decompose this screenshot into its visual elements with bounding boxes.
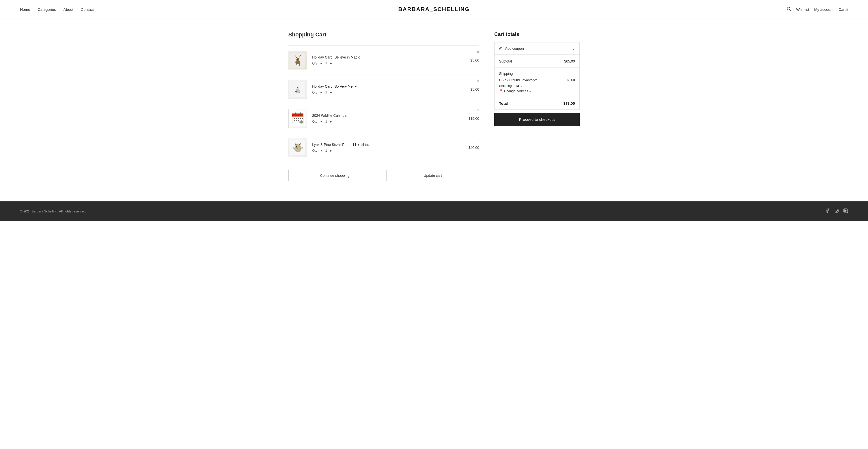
continue-shopping-button[interactable]: Continue shopping xyxy=(288,170,381,181)
shipping-to-info: Shipping to MT. xyxy=(499,84,575,88)
item-2-name: Holiday Card: So Very Merry xyxy=(312,84,465,88)
item-1-qty-control: Qty ◄ 1 ► xyxy=(312,61,465,65)
linkedin-icon[interactable] xyxy=(843,209,848,214)
svg-rect-27 xyxy=(300,113,301,115)
item-4-qty-increase[interactable]: ► xyxy=(329,149,333,153)
item-2-qty-decrease[interactable]: ◄ xyxy=(319,91,323,94)
shipping-state: MT xyxy=(516,84,521,88)
svg-point-30 xyxy=(298,118,299,119)
item-2-price: $5.00 xyxy=(470,87,479,91)
change-address-button[interactable]: 📍 Change address ⌄ xyxy=(499,89,575,93)
proceed-to-checkout-button[interactable]: Proceed to checkout xyxy=(494,113,580,126)
svg-point-19 xyxy=(295,91,297,92)
item-2-details: Holiday Card: So Very Merry Qty ◄ 1 ► xyxy=(312,84,465,94)
cart-actions: Continue shopping Update cart xyxy=(288,170,479,181)
shipping-section: Shipping USPS Ground Advantage: $8.00 Sh… xyxy=(495,68,580,97)
svg-point-40 xyxy=(295,145,301,150)
svg-point-33 xyxy=(294,120,294,121)
item-1-details: Holiday Card: Believe in Magic Qty ◄ 1 ► xyxy=(312,55,465,65)
site-logo[interactable]: BARBARA_SCHELLING xyxy=(398,6,470,12)
add-coupon-row[interactable]: 🏷 Add coupon ⌄ xyxy=(494,42,580,55)
svg-rect-26 xyxy=(295,113,296,115)
cart-totals-title: Cart totals xyxy=(494,31,580,37)
nav-about[interactable]: About xyxy=(64,7,73,11)
svg-point-37 xyxy=(301,120,302,122)
cart-totals-section: Cart totals 🏷 Add coupon ⌄ Subtotal $65.… xyxy=(494,31,580,126)
item-2-thumbnail xyxy=(288,80,307,99)
item-3-qty-increase[interactable]: ► xyxy=(329,120,333,123)
item-3-qty-control: Qty ◄ 1 ► xyxy=(312,120,463,123)
total-label: Total xyxy=(499,101,508,105)
nav-contact[interactable]: Contact xyxy=(81,7,94,11)
item-4-qty-decrease[interactable]: ◄ xyxy=(319,149,323,153)
item-2-qty-increase[interactable]: ► xyxy=(329,91,333,94)
nav-right: Wishlist My account Cart4 xyxy=(787,7,848,12)
instagram-icon[interactable] xyxy=(834,209,839,214)
item-3-details: 2024 Wildlife Calendar Qty ◄ 1 ► xyxy=(312,114,463,123)
svg-point-31 xyxy=(300,118,301,119)
item-1-qty-decrease[interactable]: ◄ xyxy=(319,62,323,65)
table-row: × xyxy=(288,75,479,104)
nav-my-account[interactable]: My account xyxy=(814,7,834,11)
item-3-price: $15.00 xyxy=(468,117,479,121)
shipping-price: $8.00 xyxy=(567,78,575,82)
item-4-thumbnail xyxy=(288,138,307,157)
footer-copyright: © 2024 Barbara Schelling. All rights res… xyxy=(20,210,86,213)
cart-title: Shopping Cart xyxy=(288,31,479,38)
svg-point-47 xyxy=(296,146,297,148)
svg-point-62 xyxy=(844,210,845,210)
svg-line-1 xyxy=(789,9,791,11)
total-row: Total $73.00 xyxy=(495,97,580,109)
update-cart-button[interactable]: Update cart xyxy=(386,170,479,181)
svg-point-59 xyxy=(838,210,838,210)
facebook-icon[interactable] xyxy=(825,209,830,214)
coupon-icon: 🏷 xyxy=(499,46,502,51)
remove-item-4-button[interactable]: × xyxy=(477,138,479,141)
subtotal-value: $65.00 xyxy=(564,59,575,63)
item-3-qty-decrease[interactable]: ◄ xyxy=(319,120,323,123)
item-2-qty-label: Qty xyxy=(312,90,317,94)
remove-item-3-button[interactable]: × xyxy=(477,108,479,113)
cart-section: Shopping Cart × xyxy=(288,31,479,181)
shipping-title: Shipping xyxy=(499,71,575,75)
svg-point-48 xyxy=(299,146,299,148)
remove-item-2-button[interactable]: × xyxy=(477,79,479,84)
table-row: × xyxy=(288,133,479,162)
nav-wishlist[interactable]: Wishlist xyxy=(796,7,809,11)
footer-social xyxy=(825,209,848,214)
subtotal-label: Subtotal xyxy=(499,59,512,63)
cart-count-badge: 4 xyxy=(846,8,848,11)
chevron-down-small-icon: ⌄ xyxy=(529,89,531,93)
nav-left: Home Categories About Contact xyxy=(20,7,94,11)
nav-categories[interactable]: Categories xyxy=(38,7,56,11)
item-1-qty-value: 1 xyxy=(325,61,327,65)
remove-item-1-button[interactable]: × xyxy=(477,50,479,54)
item-3-qty-label: Qty xyxy=(312,120,317,123)
svg-rect-25 xyxy=(292,114,303,117)
main-content: Shopping Cart × xyxy=(283,19,585,201)
nav-home[interactable]: Home xyxy=(20,7,30,11)
item-2-qty-value: 1 xyxy=(325,90,327,94)
item-4-qty-label: Qty xyxy=(312,149,317,153)
item-1-qty-increase[interactable]: ► xyxy=(329,62,333,65)
item-4-name: Lynx & Pine Siskin Print - 11 x 14 inch xyxy=(312,142,463,147)
svg-point-34 xyxy=(296,120,297,121)
item-1-thumbnail xyxy=(288,51,307,70)
svg-point-58 xyxy=(836,210,838,212)
subtotal-row: Subtotal $65.00 xyxy=(495,55,580,68)
item-1-qty-label: Qty xyxy=(312,61,317,65)
item-4-qty-value: 1 xyxy=(325,149,327,153)
search-icon[interactable] xyxy=(787,7,791,12)
item-3-thumbnail xyxy=(288,109,307,128)
svg-point-32 xyxy=(302,118,303,119)
coupon-text: Add coupon xyxy=(505,46,524,51)
svg-rect-18 xyxy=(297,88,299,89)
svg-point-28 xyxy=(294,118,294,119)
item-4-qty-control: Qty ◄ 1 ► xyxy=(312,149,463,153)
svg-rect-60 xyxy=(844,209,848,213)
totals-table: Subtotal $65.00 Shipping USPS Ground Adv… xyxy=(494,55,580,110)
nav-cart[interactable]: Cart4 xyxy=(838,7,848,11)
item-4-details: Lynx & Pine Siskin Print - 11 x 14 inch … xyxy=(312,142,463,153)
coupon-label: 🏷 Add coupon xyxy=(499,46,524,51)
header: Home Categories About Contact BARBARA_SC… xyxy=(0,0,868,19)
